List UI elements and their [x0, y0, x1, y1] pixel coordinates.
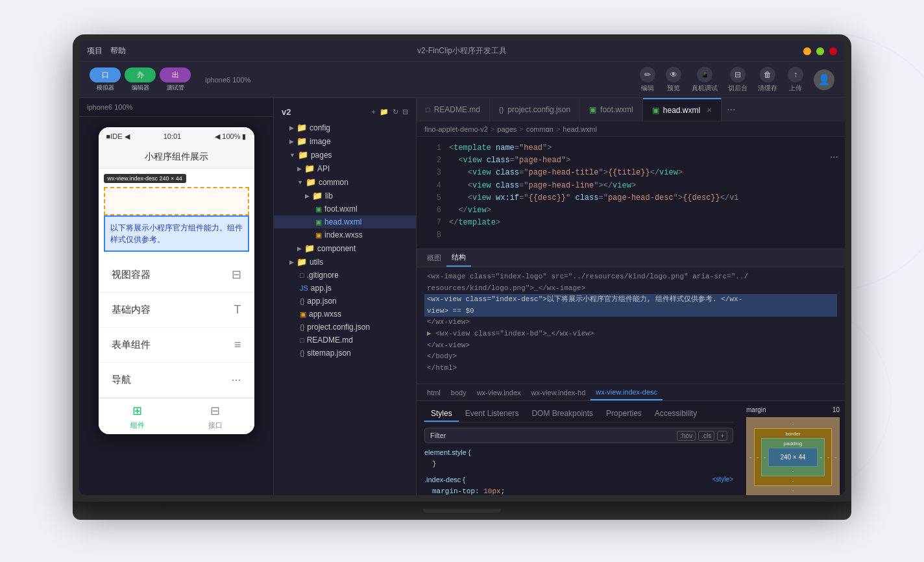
- tab-footwxml[interactable]: ▣ foot.wxml: [580, 98, 643, 121]
- tree-item-sitemapjson[interactable]: {} sitemap.json: [274, 347, 416, 360]
- user-avatar[interactable]: 👤: [814, 69, 834, 90]
- devtools-tab-outline[interactable]: 概图: [422, 249, 446, 267]
- line-content-5: <view wx:if="{{desc}}" class="page-head-…: [449, 192, 739, 204]
- list-item-3[interactable]: 导航 ···: [99, 363, 254, 398]
- elem-tab-wxview-index-hd[interactable]: wx-view.index-hd: [526, 384, 591, 400]
- action-device-debug[interactable]: 📱 真机调试: [692, 67, 718, 93]
- box-margin-right: -: [834, 454, 836, 461]
- pages-label: pages: [311, 151, 332, 160]
- rule-selector-0: element.style {: [424, 448, 733, 456]
- bottom-html-view: <wx-image class="index-logo" src="../res…: [417, 267, 845, 384]
- elem-tab-wxview-index-desc[interactable]: wx-view.index-desc: [590, 384, 663, 400]
- tree-item-projectjson[interactable]: {} project.config.json: [274, 321, 416, 334]
- line-num-3: 3: [422, 167, 441, 179]
- collapse-icon[interactable]: ⊟: [402, 108, 408, 116]
- common-chevron: ▼: [297, 179, 303, 186]
- tree-item-api[interactable]: ▶ 📁 API: [274, 162, 416, 175]
- code-lines[interactable]: 1 <template name="head"> 2 <view class="…: [417, 137, 845, 249]
- tree-item-config[interactable]: ▶ 📁 config: [274, 121, 416, 134]
- tab-projectconfig[interactable]: {} project.config.json: [490, 98, 580, 121]
- action-preview[interactable]: 👁 预览: [666, 67, 681, 93]
- padding-bottom: -: [764, 468, 822, 474]
- padding-label: padding: [764, 441, 822, 446]
- tree-item-component[interactable]: ▶ 📁 component: [274, 241, 416, 255]
- tree-item-index-wxss[interactable]: ▣ index.wxss: [274, 228, 416, 241]
- component-folder-icon: 📁: [304, 243, 315, 253]
- appwxss-label: app.wxss: [309, 310, 341, 319]
- pages-folder-icon: 📁: [298, 150, 308, 160]
- tree-item-foot-wxml[interactable]: ▣ foot.wxml: [274, 202, 416, 215]
- tree-item-pages[interactable]: ▼ 📁 pages: [274, 148, 416, 162]
- maximize-btn[interactable]: [816, 47, 824, 55]
- elem-tab-body[interactable]: body: [446, 384, 472, 400]
- elem-tab-wxview-index[interactable]: wx-view.index: [472, 384, 526, 400]
- panel-tab-access[interactable]: Accessibility: [648, 406, 703, 421]
- list-item-2[interactable]: 表单组件 ≡: [99, 328, 254, 363]
- breadcrumb-root: fino-applet-demo-v2: [424, 125, 488, 133]
- config-label: config: [310, 123, 330, 132]
- new-folder-icon[interactable]: 📁: [380, 108, 389, 116]
- html-line-3[interactable]: view> == $0: [424, 306, 837, 317]
- minimize-btn[interactable]: [803, 47, 811, 55]
- menu-items: 项目 帮助: [87, 45, 126, 56]
- tree-item-lib[interactable]: ▶ 📁 lib: [274, 189, 416, 202]
- panel-tab-styles[interactable]: Styles: [424, 406, 459, 422]
- close-btn[interactable]: [829, 47, 837, 55]
- toolbar-btn-simulator[interactable]: 口 模拟器: [90, 67, 121, 92]
- elem-tab-html[interactable]: html: [422, 384, 446, 400]
- menu-item-help[interactable]: 帮助: [110, 45, 126, 56]
- refresh-icon[interactable]: ↻: [393, 108, 398, 116]
- tree-item-gitignore[interactable]: □ .gitignore: [274, 269, 416, 282]
- tree-item-image[interactable]: ▶ 📁 image: [274, 134, 416, 148]
- devtools-panel-tabs: Styles Event Listeners DOM Breakpoints P…: [424, 406, 733, 422]
- action-edit[interactable]: ✏ 编辑: [640, 67, 655, 93]
- list-item-1[interactable]: 基础内容 T: [99, 293, 254, 328]
- headwxml-tab-close[interactable]: ✕: [707, 106, 712, 114]
- test-btn[interactable]: 出: [160, 67, 191, 82]
- tab-headwxml[interactable]: ▣ head.wxml ✕: [643, 98, 722, 121]
- toolbar-btn-editor[interactable]: 办 编辑器: [125, 67, 156, 92]
- box-content: 240 × 44: [768, 448, 818, 467]
- tab-readme[interactable]: □ README.md: [417, 98, 490, 121]
- filter-plus[interactable]: +: [717, 431, 727, 441]
- list-item-label-3: 导航: [112, 374, 131, 386]
- action-upload[interactable]: ↑ 上传: [788, 67, 803, 93]
- list-item-0[interactable]: 视图容器 ⊟: [99, 257, 254, 293]
- panel-tab-dom[interactable]: DOM Breakpoints: [525, 406, 600, 421]
- code-line-3: 3 <view class="page-head-title">{{title}…: [417, 167, 845, 179]
- html-line-2[interactable]: <wx-view class="index-desc">以下将展示小程序官方组件…: [424, 294, 837, 306]
- action-cache[interactable]: 🗑 清缓存: [758, 67, 777, 93]
- tree-item-utils[interactable]: ▶ 📁 utils: [274, 255, 416, 269]
- tree-item-head-wxml[interactable]: ▣ head.wxml: [274, 215, 416, 228]
- phone-tab-components[interactable]: ⊞ 组件: [130, 403, 145, 430]
- new-file-icon[interactable]: +: [372, 108, 376, 116]
- image-label: image: [310, 137, 331, 146]
- devtools-tab-source[interactable]: 结构: [446, 249, 471, 267]
- menu-item-project[interactable]: 项目: [87, 45, 103, 56]
- breadcrumb-sep2: >: [519, 125, 523, 133]
- panel-tab-props[interactable]: Properties: [600, 406, 648, 421]
- styles-filter[interactable]: Filter :hov .cls +: [424, 428, 733, 443]
- appjson-icon: {}: [300, 297, 304, 305]
- filter-cls[interactable]: .cls: [698, 431, 714, 441]
- styles-panel: Styles Event Listeners DOM Breakpoints P…: [417, 401, 845, 495]
- tree-item-readme[interactable]: □ README.md: [274, 334, 416, 347]
- lib-folder-icon: 📁: [312, 191, 322, 201]
- tree-item-appwxss[interactable]: ▣ app.wxss: [274, 308, 416, 321]
- simulator-btn[interactable]: 口: [90, 67, 121, 82]
- toolbar-btn-test[interactable]: 出 测试管: [160, 67, 191, 92]
- selected-element: 以下将展示小程序官方组件能力。组件样式仅供参考。: [104, 215, 249, 252]
- tree-item-appjs[interactable]: JS app.js: [274, 282, 416, 295]
- file-tree-actions: + 📁 ↻ ⊟: [372, 108, 408, 116]
- phone-tab-api[interactable]: ⊟ 接口: [208, 403, 223, 430]
- filter-hov[interactable]: :hov: [677, 431, 696, 441]
- cache-label: 清缓存: [758, 84, 777, 93]
- box-margin-bottom: -: [749, 487, 836, 494]
- main-content: iphone6 100% ■IDE ◀ 10:01 ◀ 100% ▮ 小: [79, 98, 845, 495]
- action-bg[interactable]: ⊟ 切后台: [728, 67, 748, 93]
- tree-item-common[interactable]: ▼ 📁 common: [274, 175, 416, 189]
- tab-more[interactable]: ···: [722, 98, 740, 121]
- editor-btn[interactable]: 办: [125, 67, 156, 82]
- tree-item-appjson[interactable]: {} app.json: [274, 295, 416, 308]
- panel-tab-event[interactable]: Event Listeners: [459, 406, 526, 421]
